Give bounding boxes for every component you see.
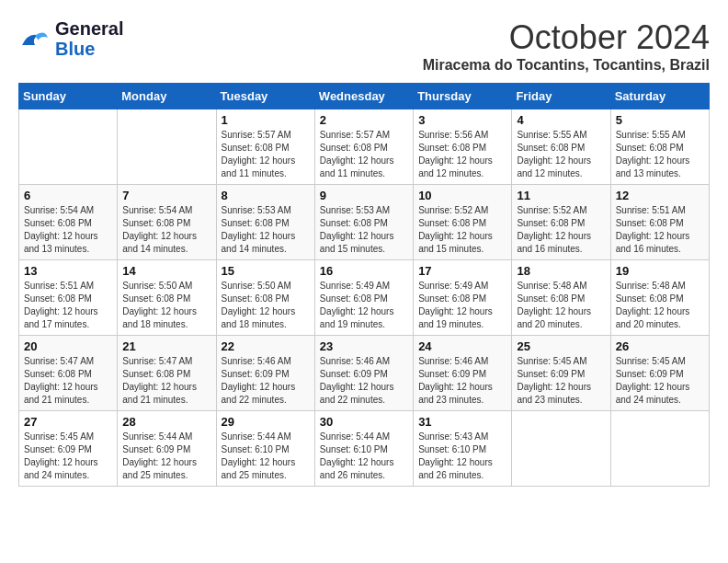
day-number: 5 <box>616 113 704 127</box>
day-number: 4 <box>517 113 605 127</box>
calendar-cell: 1Sunrise: 5:57 AM Sunset: 6:08 PM Daylig… <box>216 109 314 185</box>
logo-icon <box>18 26 51 52</box>
day-number: 22 <box>222 339 310 353</box>
calendar-cell: 7Sunrise: 5:54 AM Sunset: 6:08 PM Daylig… <box>118 185 216 260</box>
day-number: 11 <box>517 189 605 202</box>
calendar-cell <box>610 411 709 487</box>
day-info: Sunrise: 5:50 AM Sunset: 6:08 PM Dayligh… <box>122 280 210 331</box>
calendar-cell: 31Sunrise: 5:43 AM Sunset: 6:10 PM Dayli… <box>414 411 512 487</box>
calendar-cell: 27Sunrise: 5:45 AM Sunset: 6:09 PM Dayli… <box>19 411 118 487</box>
day-number: 1 <box>222 113 310 127</box>
calendar-cell: 20Sunrise: 5:47 AM Sunset: 6:08 PM Dayli… <box>19 336 118 411</box>
day-number: 3 <box>418 113 506 127</box>
calendar-cell: 19Sunrise: 5:48 AM Sunset: 6:08 PM Dayli… <box>610 260 709 336</box>
calendar-cell <box>118 109 216 185</box>
day-info: Sunrise: 5:46 AM Sunset: 6:09 PM Dayligh… <box>222 355 310 407</box>
day-info: Sunrise: 5:52 AM Sunset: 6:08 PM Dayligh… <box>418 204 506 256</box>
day-number: 13 <box>24 264 112 278</box>
day-info: Sunrise: 5:57 AM Sunset: 6:08 PM Dayligh… <box>222 129 310 180</box>
calendar-cell: 18Sunrise: 5:48 AM Sunset: 6:08 PM Dayli… <box>512 260 610 336</box>
calendar-cell: 26Sunrise: 5:45 AM Sunset: 6:09 PM Dayli… <box>610 336 709 411</box>
day-info: Sunrise: 5:44 AM Sunset: 6:10 PM Dayligh… <box>320 431 408 482</box>
day-info: Sunrise: 5:43 AM Sunset: 6:10 PM Dayligh… <box>418 431 506 482</box>
day-info: Sunrise: 5:49 AM Sunset: 6:08 PM Dayligh… <box>320 280 408 331</box>
day-header-thursday: Thursday <box>414 84 512 109</box>
day-number: 29 <box>222 415 310 429</box>
day-info: Sunrise: 5:53 AM Sunset: 6:08 PM Dayligh… <box>320 204 408 256</box>
day-info: Sunrise: 5:51 AM Sunset: 6:08 PM Dayligh… <box>616 204 704 256</box>
location-title: Miracema do Tocantins, Tocantins, Brazil <box>423 57 710 74</box>
calendar-cell: 2Sunrise: 5:57 AM Sunset: 6:08 PM Daylig… <box>314 109 413 185</box>
day-info: Sunrise: 5:48 AM Sunset: 6:08 PM Dayligh… <box>517 280 605 331</box>
calendar-cell <box>512 411 610 487</box>
day-info: Sunrise: 5:54 AM Sunset: 6:08 PM Dayligh… <box>24 204 112 256</box>
calendar-cell: 12Sunrise: 5:51 AM Sunset: 6:08 PM Dayli… <box>610 185 709 260</box>
day-header-tuesday: Tuesday <box>216 84 314 109</box>
day-number: 20 <box>24 339 112 353</box>
day-info: Sunrise: 5:45 AM Sunset: 6:09 PM Dayligh… <box>517 355 605 407</box>
day-info: Sunrise: 5:48 AM Sunset: 6:08 PM Dayligh… <box>616 280 704 331</box>
day-info: Sunrise: 5:55 AM Sunset: 6:08 PM Dayligh… <box>616 129 704 180</box>
day-info: Sunrise: 5:57 AM Sunset: 6:08 PM Dayligh… <box>320 129 408 180</box>
day-info: Sunrise: 5:50 AM Sunset: 6:08 PM Dayligh… <box>222 280 310 331</box>
day-number: 17 <box>418 264 506 278</box>
logo: General Blue <box>18 18 123 59</box>
week-row-1: 1Sunrise: 5:57 AM Sunset: 6:08 PM Daylig… <box>19 109 710 185</box>
day-info: Sunrise: 5:47 AM Sunset: 6:08 PM Dayligh… <box>122 355 210 407</box>
day-number: 25 <box>517 339 605 353</box>
day-number: 23 <box>320 339 408 353</box>
day-info: Sunrise: 5:53 AM Sunset: 6:08 PM Dayligh… <box>222 204 310 256</box>
calendar-cell: 13Sunrise: 5:51 AM Sunset: 6:08 PM Dayli… <box>19 260 118 336</box>
week-row-4: 20Sunrise: 5:47 AM Sunset: 6:08 PM Dayli… <box>19 336 710 411</box>
day-number: 26 <box>616 339 704 353</box>
calendar-cell: 6Sunrise: 5:54 AM Sunset: 6:08 PM Daylig… <box>19 185 118 260</box>
calendar-cell: 4Sunrise: 5:55 AM Sunset: 6:08 PM Daylig… <box>512 109 610 185</box>
month-title: October 2024 <box>423 18 710 57</box>
week-row-2: 6Sunrise: 5:54 AM Sunset: 6:08 PM Daylig… <box>19 185 710 260</box>
day-header-wednesday: Wednesday <box>314 84 413 109</box>
calendar-cell: 21Sunrise: 5:47 AM Sunset: 6:08 PM Dayli… <box>118 336 216 411</box>
day-number: 21 <box>122 339 210 353</box>
header-row: SundayMondayTuesdayWednesdayThursdayFrid… <box>19 84 710 109</box>
calendar-cell: 8Sunrise: 5:53 AM Sunset: 6:08 PM Daylig… <box>216 185 314 260</box>
logo-line1: General <box>55 18 123 39</box>
calendar-cell: 23Sunrise: 5:46 AM Sunset: 6:09 PM Dayli… <box>314 336 413 411</box>
day-header-saturday: Saturday <box>610 84 709 109</box>
day-number: 27 <box>24 415 112 429</box>
day-number: 24 <box>418 339 506 353</box>
day-number: 19 <box>616 264 704 278</box>
page-header: General Blue October 2024 Miracema do To… <box>18 18 710 74</box>
day-header-monday: Monday <box>118 84 216 109</box>
day-info: Sunrise: 5:44 AM Sunset: 6:10 PM Dayligh… <box>222 431 310 482</box>
day-number: 7 <box>122 189 210 202</box>
day-header-friday: Friday <box>512 84 610 109</box>
calendar-cell: 24Sunrise: 5:46 AM Sunset: 6:09 PM Dayli… <box>414 336 512 411</box>
calendar-cell: 11Sunrise: 5:52 AM Sunset: 6:08 PM Dayli… <box>512 185 610 260</box>
logo-text: General Blue <box>55 18 123 59</box>
calendar-table: SundayMondayTuesdayWednesdayThursdayFrid… <box>18 83 710 487</box>
day-info: Sunrise: 5:46 AM Sunset: 6:09 PM Dayligh… <box>320 355 408 407</box>
day-number: 31 <box>418 415 506 429</box>
calendar-cell: 29Sunrise: 5:44 AM Sunset: 6:10 PM Dayli… <box>216 411 314 487</box>
title-section: October 2024 Miracema do Tocantins, Toca… <box>423 18 710 74</box>
calendar-cell: 14Sunrise: 5:50 AM Sunset: 6:08 PM Dayli… <box>118 260 216 336</box>
calendar-cell: 10Sunrise: 5:52 AM Sunset: 6:08 PM Dayli… <box>414 185 512 260</box>
day-info: Sunrise: 5:45 AM Sunset: 6:09 PM Dayligh… <box>616 355 704 407</box>
day-number: 18 <box>517 264 605 278</box>
calendar-cell: 22Sunrise: 5:46 AM Sunset: 6:09 PM Dayli… <box>216 336 314 411</box>
calendar-cell: 15Sunrise: 5:50 AM Sunset: 6:08 PM Dayli… <box>216 260 314 336</box>
day-info: Sunrise: 5:56 AM Sunset: 6:08 PM Dayligh… <box>418 129 506 180</box>
day-number: 9 <box>320 189 408 202</box>
day-info: Sunrise: 5:51 AM Sunset: 6:08 PM Dayligh… <box>24 280 112 331</box>
day-info: Sunrise: 5:54 AM Sunset: 6:08 PM Dayligh… <box>122 204 210 256</box>
day-number: 8 <box>222 189 310 202</box>
calendar-cell: 16Sunrise: 5:49 AM Sunset: 6:08 PM Dayli… <box>314 260 413 336</box>
day-number: 14 <box>122 264 210 278</box>
calendar-cell <box>19 109 118 185</box>
calendar-cell: 30Sunrise: 5:44 AM Sunset: 6:10 PM Dayli… <box>314 411 413 487</box>
day-number: 30 <box>320 415 408 429</box>
logo-line2: Blue <box>55 39 95 59</box>
day-info: Sunrise: 5:46 AM Sunset: 6:09 PM Dayligh… <box>418 355 506 407</box>
day-number: 16 <box>320 264 408 278</box>
day-info: Sunrise: 5:44 AM Sunset: 6:09 PM Dayligh… <box>122 431 210 482</box>
